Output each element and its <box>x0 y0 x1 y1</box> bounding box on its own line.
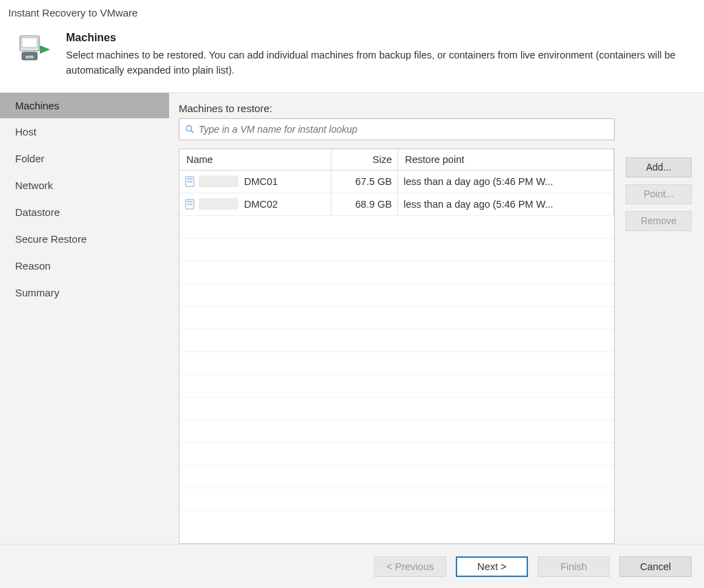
table-row-empty <box>179 398 614 420</box>
table-row-empty <box>179 488 614 511</box>
wizard-steps-sidebar: Machines Host Folder Network Datastore S… <box>0 93 169 545</box>
sidebar-item-label: Summary <box>15 287 59 298</box>
svg-rect-9 <box>187 181 192 183</box>
vm-icon <box>185 199 195 210</box>
sidebar-item-reason[interactable]: Reason <box>0 252 169 279</box>
sidebar-item-secure-restore[interactable]: Secure Restore <box>0 226 169 252</box>
vm-name: DMC02 <box>244 199 278 210</box>
header-title: Machines <box>66 32 692 44</box>
sidebar-item-label: Folder <box>15 153 45 164</box>
close-button[interactable] <box>686 3 697 21</box>
cell-divider <box>613 171 614 193</box>
sidebar-item-label: Datastore <box>15 206 60 218</box>
table-row-empty <box>179 216 614 239</box>
table-row-empty <box>179 443 614 466</box>
column-header-size[interactable]: Size <box>331 154 397 165</box>
sidebar-item-machines[interactable]: Machines <box>0 93 169 118</box>
sidebar-item-host[interactable]: Host <box>0 118 169 145</box>
cell-divider <box>613 193 614 215</box>
table-row-empty <box>179 239 614 261</box>
wizard-footer: < Previous Next > Finish Cancel <box>0 544 704 588</box>
cell-size: 68.9 GB <box>331 199 397 210</box>
sidebar-item-label: Host <box>15 126 36 138</box>
table-row-empty <box>179 284 614 307</box>
table-row-empty <box>179 307 614 329</box>
redacted-prefix <box>199 175 239 187</box>
table-row-empty <box>179 329 614 352</box>
column-divider[interactable] <box>613 149 614 170</box>
wizard-body: Machines Host Folder Network Datastore S… <box>0 92 704 545</box>
search-icon <box>185 124 195 134</box>
table-row-empty <box>179 375 614 398</box>
table-row-empty <box>179 466 614 488</box>
column-header-restore-point[interactable]: Restore point <box>398 154 613 165</box>
cell-restore-point: less than a day ago (5:46 PM W... <box>398 176 613 187</box>
vm-recovery-icon: vm <box>19 34 51 65</box>
remove-button[interactable]: Remove <box>626 211 692 231</box>
svg-point-5 <box>186 125 192 131</box>
next-button[interactable]: Next > <box>456 556 528 577</box>
window-title: Instant Recovery to VMware <box>8 7 138 19</box>
svg-marker-4 <box>40 45 50 54</box>
header-description: Select machines to be restored. You can … <box>66 48 692 78</box>
sidebar-item-label: Network <box>15 179 53 191</box>
main-content: Machines to restore: Name Size <box>179 102 615 545</box>
svg-line-6 <box>191 130 194 133</box>
machines-table: Name Size Restore point <box>179 149 615 545</box>
previous-button[interactable]: < Previous <box>374 556 446 577</box>
table-row-empty <box>179 261 614 284</box>
sidebar-item-label: Machines <box>15 100 59 111</box>
column-header-name[interactable]: Name <box>179 154 331 165</box>
sidebar-item-datastore[interactable]: Datastore <box>0 199 169 226</box>
redacted-prefix <box>199 198 239 210</box>
point-button[interactable]: Point... <box>626 184 692 204</box>
svg-rect-8 <box>187 178 192 180</box>
table-row[interactable]: DMC01 67.5 GB less than a day ago (5:46 … <box>179 171 614 193</box>
search-box[interactable] <box>179 118 615 140</box>
table-row-empty <box>179 352 614 375</box>
main-panel: Machines to restore: Name Size <box>169 93 704 545</box>
svg-text:vm: vm <box>25 54 34 60</box>
header-text: Machines Select machines to be restored.… <box>66 32 692 78</box>
cell-size: 67.5 GB <box>331 176 397 187</box>
table-row-empty <box>179 420 614 443</box>
column-header-name-label: Name <box>186 154 213 165</box>
sidebar-item-summary[interactable]: Summary <box>0 279 169 306</box>
table-row[interactable]: DMC02 68.9 GB less than a day ago (5:46 … <box>179 193 614 216</box>
cell-restore-point: less than a day ago (5:46 PM W... <box>398 199 613 210</box>
sidebar-item-network[interactable]: Network <box>0 172 169 199</box>
machines-to-restore-label: Machines to restore: <box>179 102 615 114</box>
wizard-window: Instant Recovery to VMware vm Machines S… <box>0 0 704 588</box>
column-header-size-label: Size <box>373 154 392 165</box>
svg-rect-11 <box>187 201 192 203</box>
cell-name: DMC02 <box>179 198 331 210</box>
sidebar-item-label: Reason <box>15 260 51 272</box>
vm-name: DMC01 <box>244 176 278 187</box>
svg-rect-12 <box>187 204 192 206</box>
finish-button[interactable]: Finish <box>538 556 610 577</box>
side-buttons: Add... Point... Remove <box>626 102 692 545</box>
add-button[interactable]: Add... <box>626 157 692 177</box>
wizard-header: vm Machines Select machines to be restor… <box>0 25 704 92</box>
cancel-button[interactable]: Cancel <box>619 556 692 577</box>
vm-icon <box>185 176 195 187</box>
column-header-point-label: Restore point <box>405 154 464 165</box>
sidebar-item-label: Secure Restore <box>15 233 87 245</box>
sidebar-item-folder[interactable]: Folder <box>0 145 169 172</box>
search-input[interactable] <box>199 124 608 135</box>
table-body: DMC01 67.5 GB less than a day ago (5:46 … <box>179 171 614 544</box>
svg-rect-1 <box>22 38 37 47</box>
table-header: Name Size Restore point <box>179 149 614 171</box>
cell-name: DMC01 <box>179 175 331 187</box>
titlebar: Instant Recovery to VMware <box>0 0 704 25</box>
